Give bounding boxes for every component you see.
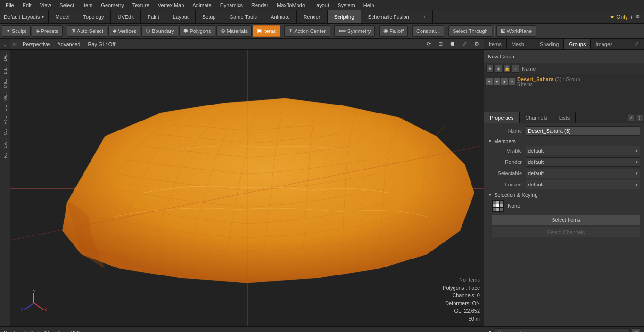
group-number: (3) [555, 76, 561, 82]
prop-tab-lists[interactable]: Lists [553, 112, 576, 123]
info-item-icon: + [509, 78, 515, 85]
menu-select[interactable]: Select [56, 1, 78, 9]
command-input[interactable] [495, 328, 630, 332]
menu-render[interactable]: Render [248, 1, 272, 9]
menu-texture[interactable]: Texture [129, 1, 153, 9]
left-sidebar: ◂ De... Du... Me... Ve... E... Po... C..… [0, 39, 10, 326]
tab-groups[interactable]: Groups [564, 39, 591, 49]
add-layout-button[interactable]: + [630, 13, 634, 21]
layout-extras: ★ Only + ⚙ [606, 13, 644, 21]
select-channels-button[interactable]: Select Channels [492, 227, 640, 237]
camera-icon[interactable]: ⬢ [448, 41, 457, 47]
vertices-button[interactable]: ◆ Vertices [108, 25, 140, 37]
visible-dropdown[interactable]: default ▾ [526, 146, 640, 155]
sidebar-item-5[interactable]: Po... [2, 114, 8, 127]
panel-expand-1[interactable]: ⤢ [628, 114, 635, 121]
maximize-icon[interactable]: ⤢ [461, 41, 469, 47]
sidebar-collapse[interactable]: ◂ [0, 40, 10, 50]
tab-mesh[interactable]: Mesh ... [507, 39, 535, 49]
tab-items[interactable]: Items [484, 39, 507, 49]
info-icon[interactable]: i [512, 65, 519, 73]
settings-icon[interactable]: ⚙ [472, 41, 481, 47]
materials-button[interactable]: ◎ Materials [216, 25, 252, 37]
presets-button[interactable]: ◈ Presets [32, 25, 63, 37]
work-plane-button[interactable]: ⬕ WorkPlane [496, 25, 537, 37]
prop-tab-properties[interactable]: Properties [484, 112, 520, 123]
sidebar-item-4[interactable]: E... [2, 103, 8, 113]
menu-file[interactable]: File [2, 1, 18, 9]
prop-tab-add[interactable]: + [576, 115, 586, 121]
select-items-button[interactable]: Select Items [492, 215, 640, 225]
layout-dropdown[interactable]: Default Layouts ▾ [0, 10, 49, 23]
perspective-dropdown[interactable]: Perspective [21, 41, 51, 47]
locked-dropdown[interactable]: default ▾ [526, 180, 640, 189]
menu-layout[interactable]: Layout [310, 1, 333, 9]
action-center-button[interactable]: ⊕ Action Center [284, 25, 330, 37]
sidebar-item-8[interactable]: F... [2, 151, 8, 160]
sidebar-item-3[interactable]: Ve... [2, 90, 8, 103]
tab-model[interactable]: Model [49, 10, 76, 23]
menu-item[interactable]: Item [79, 1, 96, 9]
menu-edit[interactable]: Edit [19, 1, 35, 9]
render-icon[interactable]: ◈ [495, 65, 502, 73]
falloff-button[interactable]: ◉ Falloff [379, 25, 408, 37]
menu-view[interactable]: View [36, 1, 55, 9]
menu-vertex-map[interactable]: Vertex Map [154, 1, 188, 9]
menu-maxtomodo[interactable]: MaxToModo [273, 1, 309, 9]
select-through-button[interactable]: Select Through [448, 25, 492, 37]
members-header[interactable]: ▼ Members [488, 138, 640, 144]
constraints-button[interactable]: Constrai... [412, 25, 444, 37]
symmetry-button[interactable]: ⟺ Symmetry [334, 25, 375, 37]
tab-render[interactable]: Render [297, 10, 327, 23]
main-area: ◂ De... Du... Me... Ve... E... Po... C..… [0, 39, 644, 326]
members-arrow: ▼ [488, 139, 492, 144]
menu-help[interactable]: Help [360, 1, 378, 9]
command-search-button[interactable]: ⊞ [632, 328, 640, 332]
visibility-icon[interactable]: 👁 [486, 65, 494, 73]
boundary-button[interactable]: ⬡ Boundary [141, 25, 178, 37]
tab-shading[interactable]: Shading [535, 39, 564, 49]
tab-expand[interactable]: ⤢ [630, 39, 644, 49]
tab-layout[interactable]: Layout [166, 10, 196, 23]
prop-tab-channels[interactable]: Channels [520, 112, 553, 123]
selectable-dropdown[interactable]: default ▾ [526, 169, 640, 178]
tab-topology[interactable]: Topology [76, 10, 111, 23]
menu-system[interactable]: System [334, 1, 359, 9]
sidebar-item-1[interactable]: Du... [2, 64, 8, 76]
tab-scripting[interactable]: Scripting [328, 10, 362, 23]
orbit-icon[interactable]: ⟳ [425, 41, 433, 47]
menu-geometry[interactable]: Geometry [97, 1, 127, 9]
sidebar-item-7[interactable]: UV... [2, 138, 8, 150]
lock-icon[interactable]: 🔒 [503, 65, 511, 73]
render-dropdown[interactable]: default ▾ [526, 157, 640, 167]
tab-setup[interactable]: Setup [196, 10, 223, 23]
tab-uvedit[interactable]: UVEdit [111, 10, 140, 23]
menu-dynamics[interactable]: Dynamics [216, 1, 247, 9]
sidebar-item-0[interactable]: De... [2, 50, 8, 63]
fit-icon[interactable]: ⊡ [437, 41, 445, 47]
viewport[interactable]: No Items Polygons : Face Channels: 0 Def… [10, 50, 484, 326]
gear-icon[interactable]: ⚙ [636, 14, 640, 20]
tab-game-tools[interactable]: Game Tools [223, 10, 264, 23]
auto-select-button[interactable]: ⊞ Auto Select [67, 25, 107, 37]
tab-animate[interactable]: Animate [264, 10, 297, 23]
polygons-button[interactable]: ⬢ Polygons [179, 25, 215, 37]
tab-images[interactable]: Images [591, 39, 618, 49]
tab-paint[interactable]: Paint [141, 10, 166, 23]
star-button[interactable]: ★ Only [610, 14, 628, 20]
group-item-desert[interactable]: ● ● ■ + Desert_Sahara (3) : Group 5 Item… [484, 74, 644, 89]
sel-keying-header[interactable]: ▼ Selection & Keying [488, 192, 640, 198]
new-group-button[interactable]: New Group [488, 54, 514, 59]
dot-4 [493, 204, 496, 207]
sidebar-item-6[interactable]: C... [2, 127, 8, 137]
name-input[interactable] [526, 126, 640, 136]
sculpt-button[interactable]: ✦ Sculpt [2, 25, 31, 37]
sidebar-item-2[interactable]: Me... [2, 77, 8, 90]
tab-add[interactable]: + [416, 10, 433, 23]
menu-animate[interactable]: Animate [189, 1, 215, 9]
shading-dropdown[interactable]: Advanced [55, 41, 82, 47]
ray-gl-button[interactable]: Ray GL: Off [86, 41, 117, 47]
panel-expand-2[interactable]: ⟩ [636, 114, 643, 121]
tab-schematic[interactable]: Schematic Fusion [361, 10, 416, 23]
items-button[interactable]: ▣ Items [253, 25, 280, 37]
